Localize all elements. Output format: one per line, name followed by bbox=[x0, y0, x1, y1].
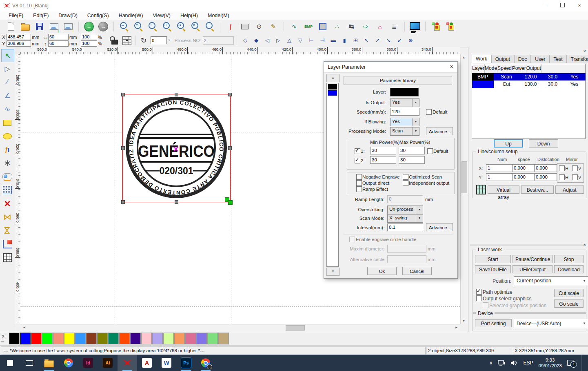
scroll-down-icon[interactable]: ▼ bbox=[461, 318, 467, 324]
file-explorer-button[interactable] bbox=[39, 355, 59, 371]
palette-swatch[interactable] bbox=[53, 333, 64, 344]
scroll-thumb[interactable] bbox=[286, 325, 305, 331]
position-select[interactable]: Current position▼ bbox=[514, 276, 588, 285]
delete-button[interactable]: × bbox=[1, 197, 13, 210]
zoom-in-button[interactable]: + bbox=[133, 21, 144, 32]
chevron-down-icon[interactable]: ▼ bbox=[412, 118, 419, 126]
width-scale-input[interactable] bbox=[81, 34, 97, 40]
panel-tab[interactable]: Doc bbox=[514, 55, 531, 63]
move-top-right[interactable]: ↗ bbox=[372, 36, 383, 45]
x-dislocation-input[interactable] bbox=[534, 164, 557, 172]
move-center[interactable]: ⊕ bbox=[405, 36, 416, 45]
layer-table[interactable]: LayerModeSpeedPowerOutput BMP Scan 120.0… bbox=[472, 64, 586, 139]
align-left[interactable]: ◁ bbox=[262, 36, 273, 45]
palette-swatch[interactable] bbox=[141, 333, 152, 344]
menu-item[interactable]: View(V) bbox=[148, 13, 175, 18]
x-num-input[interactable] bbox=[486, 164, 513, 172]
bestrew-button[interactable]: Bestrew... bbox=[521, 186, 554, 194]
width-input[interactable] bbox=[48, 34, 69, 40]
illustrator-button[interactable]: Ai bbox=[98, 355, 118, 371]
laser-panel-close-icon[interactable]: × bbox=[584, 243, 586, 247]
path-optimize-checkbox[interactable]: ✓ bbox=[476, 289, 482, 295]
layer-down-button[interactable]: Down bbox=[529, 139, 558, 148]
menu-item[interactable]: Model(M) bbox=[203, 13, 234, 18]
zoom-all-button[interactable]: ∷ bbox=[176, 21, 186, 32]
palette-swatch[interactable] bbox=[207, 333, 218, 344]
max-power2-input[interactable] bbox=[399, 156, 425, 164]
speed-input[interactable] bbox=[390, 108, 419, 116]
palette-swatch[interactable] bbox=[97, 333, 108, 344]
dialog-title-bar[interactable]: Layer Parameter × bbox=[324, 62, 457, 73]
rectangle-tool[interactable] bbox=[1, 116, 13, 129]
ellipse-tool[interactable] bbox=[1, 130, 13, 142]
parameter-library-button[interactable]: Parameter library bbox=[344, 76, 452, 85]
pen-tool[interactable]: ✎ bbox=[268, 21, 279, 32]
same-size-v[interactable]: ▮ bbox=[339, 36, 350, 45]
origin-tool[interactable] bbox=[1, 238, 13, 250]
max-power1-input[interactable] bbox=[399, 147, 425, 154]
advance2-button[interactable]: Advance... bbox=[426, 223, 453, 231]
selection-handle[interactable] bbox=[121, 200, 125, 204]
overstriking-select[interactable]: Un-process▼ bbox=[387, 206, 423, 214]
x-space-input[interactable] bbox=[512, 164, 535, 172]
palette-swatch[interactable] bbox=[31, 333, 42, 344]
chrome-button[interactable] bbox=[59, 355, 78, 371]
acrobat-button[interactable]: A bbox=[137, 355, 157, 371]
array-tool[interactable] bbox=[1, 251, 13, 264]
palette-swatch[interactable] bbox=[42, 333, 53, 344]
language-indicator[interactable]: ESP bbox=[523, 360, 533, 366]
x-position-input[interactable] bbox=[7, 34, 31, 40]
close-button[interactable]: × bbox=[573, 2, 586, 9]
menu-item[interactable]: Draw(D) bbox=[54, 13, 82, 18]
lock-ratio-icon[interactable] bbox=[109, 35, 120, 46]
cancel-button[interactable]: Cancel bbox=[402, 267, 432, 275]
line-tool[interactable]: ∕ bbox=[1, 76, 13, 88]
fill-rect-tool[interactable] bbox=[317, 21, 328, 32]
open-file-button[interactable] bbox=[20, 21, 31, 32]
align-top[interactable]: △ bbox=[284, 36, 295, 45]
scan-mode-select[interactable]: X_swing▼ bbox=[387, 214, 423, 223]
minimize-button[interactable]: ─ bbox=[538, 2, 550, 9]
import-button[interactable]: ↓ bbox=[49, 21, 59, 32]
menu-item[interactable]: Help(H) bbox=[176, 13, 202, 18]
palette-swatch[interactable] bbox=[20, 333, 31, 344]
ok-button[interactable]: Ok bbox=[367, 267, 397, 275]
rotate-angle-input[interactable] bbox=[151, 36, 167, 44]
layer-list-up-button[interactable]: ▲ bbox=[326, 74, 339, 82]
scroll-right-icon[interactable]: ► bbox=[453, 324, 459, 331]
layer-up-button[interactable]: Up bbox=[494, 139, 523, 148]
zoom-page-button[interactable]: □ bbox=[162, 21, 172, 32]
if-blowing-select[interactable]: Yes▼ bbox=[390, 118, 419, 126]
negative-engrave-checkbox[interactable] bbox=[356, 174, 362, 180]
curve-tool[interactable]: ∿ bbox=[289, 21, 300, 32]
start-button[interactable] bbox=[0, 355, 20, 371]
output-select-graphics-checkbox[interactable] bbox=[476, 295, 482, 301]
download-button[interactable]: Download bbox=[554, 265, 584, 273]
port-setting-button[interactable]: Port setting bbox=[475, 319, 512, 327]
power1-checkbox[interactable]: ✓ bbox=[355, 148, 360, 154]
power2-checkbox[interactable]: ✓ bbox=[355, 158, 360, 163]
mirror-yv-checkbox[interactable] bbox=[572, 174, 578, 180]
panel-close-icon[interactable]: × bbox=[584, 49, 586, 53]
show-desktop-strip[interactable] bbox=[581, 355, 584, 371]
palette-swatch[interactable] bbox=[64, 333, 75, 344]
palette-swatch[interactable] bbox=[196, 333, 207, 344]
y-num-input[interactable] bbox=[486, 173, 513, 181]
mirror-yh-checkbox[interactable] bbox=[559, 174, 565, 180]
move-bottom-right[interactable]: ↘ bbox=[383, 36, 394, 45]
volume-icon[interactable] bbox=[510, 360, 518, 366]
select-tool[interactable]: ↖ bbox=[1, 49, 14, 62]
mirror-xh-checkbox[interactable] bbox=[559, 165, 565, 171]
ufile-output-button[interactable]: UFileOutput bbox=[513, 265, 552, 273]
stop-button[interactable]: Stop bbox=[554, 255, 584, 263]
save-file-button[interactable] bbox=[34, 21, 45, 32]
array-rotate-button[interactable] bbox=[445, 21, 455, 32]
go-scale-button[interactable]: Go scale bbox=[554, 299, 584, 308]
zoom-select-button[interactable] bbox=[204, 21, 215, 32]
align-right[interactable]: ▷ bbox=[273, 36, 284, 45]
align-mirror-right[interactable]: ◆ bbox=[251, 36, 262, 45]
capture-tool[interactable] bbox=[1, 170, 13, 183]
same-size[interactable]: ⊞ bbox=[350, 36, 361, 45]
ramp-effect-checkbox[interactable] bbox=[356, 186, 362, 192]
task-list-button[interactable]: ≣ bbox=[389, 21, 399, 32]
